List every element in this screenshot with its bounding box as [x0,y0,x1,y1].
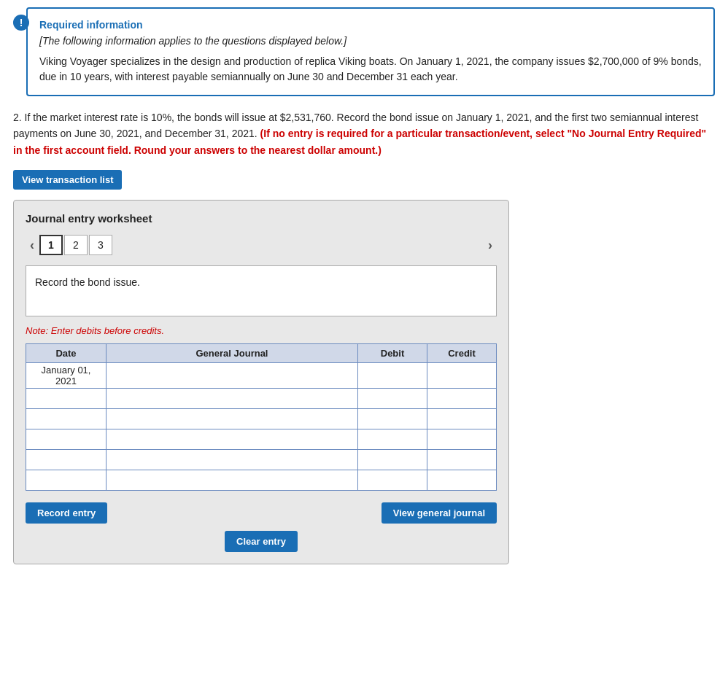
date-cell-2 [26,389,107,409]
view-general-journal-button[interactable]: View general journal [382,502,497,524]
note-line: Note: Enter debits before credits. [26,325,497,336]
col-header-debit: Debit [358,344,427,363]
table-row [26,409,497,429]
debit-input-5[interactable] [361,451,424,468]
debit-cell-3[interactable] [358,409,427,429]
journal-input-1[interactable] [109,365,355,386]
clear-entry-button[interactable]: Clear entry [225,531,298,552]
journal-input-2[interactable] [109,390,355,407]
tab-2[interactable]: 2 [64,235,88,255]
col-header-journal: General Journal [107,344,358,363]
debit-input-6[interactable] [361,472,424,489]
record-entry-button[interactable]: Record entry [26,502,107,524]
date-cell-6 [26,470,107,491]
credit-cell-5[interactable] [427,450,497,470]
journal-input-5[interactable] [109,451,355,468]
view-transaction-list-button[interactable]: View transaction list [13,170,122,190]
credit-input-5[interactable] [430,451,493,468]
date-cell-1: January 01,2021 [26,363,107,389]
bond-description-text: Record the bond issue. [35,276,140,288]
table-row [26,429,497,450]
prev-tab-arrow[interactable]: ‹ [26,236,39,254]
debit-input-4[interactable] [361,431,424,448]
credit-cell-4[interactable] [427,429,497,450]
debit-cell-4[interactable] [358,429,427,450]
journal-cell-1[interactable] [107,363,358,389]
tab-navigation: ‹ 1 2 3 › [26,235,497,255]
table-row: January 01,2021 [26,363,497,389]
required-body: Viking Voyager specializes in the design… [39,54,702,85]
col-header-credit: Credit [427,344,497,363]
debit-cell-2[interactable] [358,389,427,409]
col-header-date: Date [26,344,107,363]
journal-cell-2[interactable] [107,389,358,409]
date-cell-3 [26,409,107,429]
journal-table: Date General Journal Debit Credit Januar… [26,343,497,491]
journal-cell-3[interactable] [107,409,358,429]
tab-1[interactable]: 1 [39,235,63,255]
credit-cell-6[interactable] [427,470,497,491]
required-title: Required information [39,19,702,31]
worksheet-title: Journal entry worksheet [26,212,497,225]
journal-worksheet: Journal entry worksheet ‹ 1 2 3 › Record… [13,200,509,564]
debit-cell-5[interactable] [358,450,427,470]
buttons-row-2: Clear entry [26,531,497,552]
credit-input-3[interactable] [430,411,493,427]
credit-cell-2[interactable] [427,389,497,409]
table-row [26,389,497,409]
debit-cell-6[interactable] [358,470,427,491]
journal-cell-6[interactable] [107,470,358,491]
question-number: 2. [13,112,22,123]
debit-input-3[interactable] [361,411,424,427]
table-row [26,450,497,470]
debit-cell-1[interactable] [358,363,427,389]
journal-input-6[interactable] [109,472,355,489]
credit-cell-1[interactable] [427,363,497,389]
tab-3[interactable]: 3 [89,235,112,255]
required-italic: [The following information applies to th… [39,35,702,47]
table-row [26,470,497,491]
credit-input-4[interactable] [430,431,493,448]
credit-input-2[interactable] [430,390,493,407]
journal-input-4[interactable] [109,431,355,448]
journal-cell-5[interactable] [107,450,358,470]
debit-input-1[interactable] [361,365,424,386]
buttons-row: Record entry View general journal [26,502,497,524]
credit-input-1[interactable] [430,365,493,386]
bond-description-box: Record the bond issue. [26,265,497,316]
journal-cell-4[interactable] [107,429,358,450]
credit-input-6[interactable] [430,472,493,489]
next-tab-arrow[interactable]: › [484,236,497,254]
date-cell-5 [26,450,107,470]
journal-input-3[interactable] [109,411,355,427]
question-section: 2. If the market interest rate is 10%, t… [13,109,715,158]
required-info-box: Required information [The following info… [26,7,715,96]
debit-input-2[interactable] [361,390,424,407]
credit-cell-3[interactable] [427,409,497,429]
date-cell-4 [26,429,107,450]
